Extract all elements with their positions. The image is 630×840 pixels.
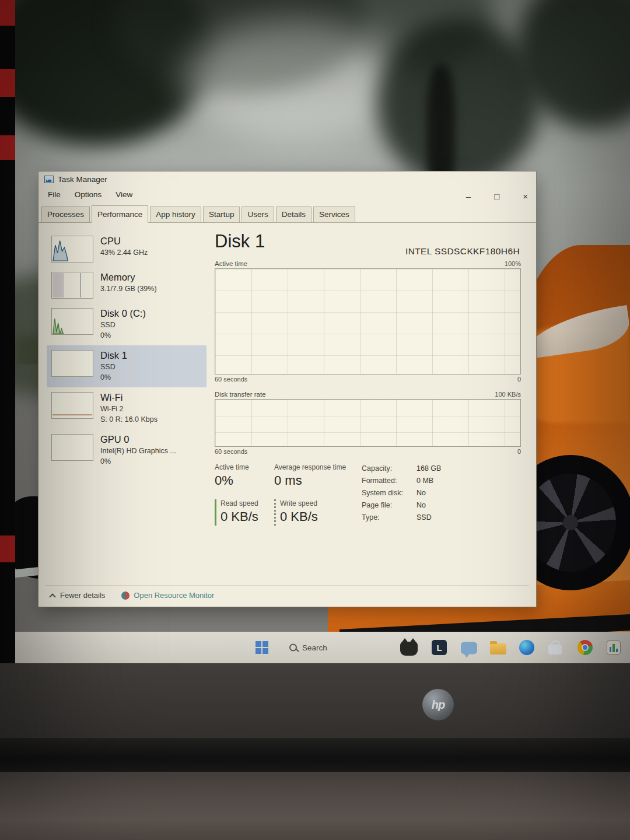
open-resource-monitor-link[interactable]: Open Resource Monitor <box>121 591 214 600</box>
tab-app-history[interactable]: App history <box>150 206 201 222</box>
taskbar-app-chrome[interactable] <box>578 640 593 655</box>
search-button[interactable]: Search <box>289 643 327 652</box>
performance-sidebar: CPU 43% 2.44 GHz Memory 3.1/7.9 GB (39%) <box>38 223 206 550</box>
title-bar[interactable]: Task Manager <box>38 172 536 187</box>
device-name: INTEL SSDSCKKF180H6H <box>405 246 520 257</box>
bezel-red-mark <box>0 0 15 26</box>
chat-app-icon <box>461 642 477 654</box>
sky-highlight <box>184 18 406 140</box>
memory-thumbnail-chart <box>51 272 93 299</box>
sidebar-item-disk1[interactable]: Disk 1 SSD 0% <box>47 345 206 387</box>
tab-services[interactable]: Services <box>313 206 355 222</box>
sidebar-item-wifi[interactable]: Wi-Fi Wi-Fi 2 S: 0 R: 16.0 Kbps <box>47 387 206 429</box>
window-footer: Fewer details Open Resource Monitor <box>46 585 529 601</box>
tab-details[interactable]: Details <box>276 206 312 222</box>
search-label: Search <box>302 643 327 652</box>
chrome-browser-icon <box>578 640 593 655</box>
menu-file[interactable]: File <box>48 190 61 199</box>
sidebar-disk1-label: Disk 1 <box>100 350 127 362</box>
taskbar-app-task-manager[interactable] <box>607 640 621 654</box>
transfer-rate-ymin: 0 <box>517 448 521 455</box>
screen-bezel-left <box>0 0 15 663</box>
sidebar-item-gpu0[interactable]: GPU 0 Intel(R) HD Graphics ... 0% <box>47 429 206 471</box>
sidebar-item-cpu[interactable]: CPU 43% 2.44 GHz <box>47 231 206 267</box>
stat-avg-response-value: 0 ms <box>274 473 362 488</box>
transfer-rate-chart <box>215 399 521 447</box>
stat-active-time-label: Active time <box>215 463 273 471</box>
cpu-thumbnail-chart <box>51 236 93 262</box>
task-manager-app-icon <box>44 176 54 183</box>
file-explorer-icon <box>490 643 506 654</box>
taskbar: Search L <box>15 632 630 663</box>
detail-capacity-label: Capacity: <box>362 464 416 473</box>
sidebar-disk0-label: Disk 0 (C:) <box>100 308 146 320</box>
detail-type: Type: SSD <box>362 513 441 522</box>
transfer-rate-chart-header: Disk transfer rate 100 KB/s <box>215 391 521 398</box>
taskbar-app-store[interactable] <box>548 640 562 654</box>
sidebar-disk0-type: SSD <box>100 320 146 330</box>
disk-stats: Active time 0% Average response time 0 m… <box>215 463 521 526</box>
active-time-ymin: 0 <box>517 376 521 383</box>
active-time-chart-header: Active time 100% <box>215 260 521 267</box>
stat-avg-response: Average response time 0 ms <box>274 463 362 490</box>
sidebar-wifi-network: Wi-Fi 2 <box>100 404 158 414</box>
bezel-red-mark <box>0 69 15 97</box>
detail-page-file-label: Page file: <box>362 501 416 509</box>
taskbar-app-explorer[interactable] <box>490 640 506 654</box>
taskbar-app-l[interactable]: L <box>432 640 447 655</box>
close-button[interactable]: × <box>523 192 528 201</box>
edge-browser-icon <box>519 640 534 655</box>
tab-startup[interactable]: Startup <box>203 206 240 222</box>
disk-details: Capacity: 168 GB Formatted: 0 MB System … <box>362 463 441 526</box>
stat-write-speed-value: 0 KB/s <box>280 509 362 524</box>
detail-page-file: Page file: No <box>362 501 441 509</box>
bezel-red-mark <box>0 536 15 562</box>
wifi-thumbnail-chart <box>51 392 93 419</box>
sidebar-gpu-device: Intel(R) HD Graphics ... <box>100 446 176 456</box>
taskbar-app-edge[interactable] <box>519 640 534 655</box>
active-time-ymax: 100% <box>505 260 521 267</box>
detail-system-disk-value: No <box>416 489 426 497</box>
sidebar-item-disk0[interactable]: Disk 0 (C:) SSD 0% <box>47 303 206 345</box>
tab-users[interactable]: Users <box>242 206 274 222</box>
stat-read-speed-label: Read speed <box>220 499 273 508</box>
fewer-details-button[interactable]: Fewer details <box>50 591 105 600</box>
sidebar-gpu-label: GPU 0 <box>100 434 176 446</box>
detail-formatted: Formatted: 0 MB <box>362 477 441 485</box>
hp-logo: hp <box>422 689 454 720</box>
tab-strip: Processes Performance App history Startu… <box>38 203 536 223</box>
active-time-chart <box>215 268 521 374</box>
menu-options[interactable]: Options <box>75 190 102 199</box>
disk1-thumbnail-chart <box>51 350 93 377</box>
stat-write-speed-label: Write speed <box>280 499 362 508</box>
sidebar-cpu-label: CPU <box>100 236 148 247</box>
microsoft-store-icon <box>548 645 562 654</box>
windows-logo-icon <box>256 641 268 654</box>
tab-processes[interactable]: Processes <box>41 206 90 222</box>
resource-monitor-icon <box>121 592 130 600</box>
task-manager-taskbar-icon <box>607 640 621 654</box>
stat-active-time: Active time 0% <box>215 463 273 490</box>
sidebar-wifi-stats: S: 0 R: 16.0 Kbps <box>100 414 158 425</box>
minimize-button[interactable]: – <box>466 192 471 201</box>
tab-performance[interactable]: Performance <box>92 205 148 223</box>
transfer-rate-ymax: 100 KB/s <box>495 391 521 398</box>
stat-read-speed-value: 0 KB/s <box>220 509 273 524</box>
sidebar-memory-stats: 3.1/7.9 GB (39%) <box>100 284 157 294</box>
taskbar-app-cat[interactable] <box>400 639 418 656</box>
laptop-hinge <box>0 738 630 772</box>
menu-view[interactable]: View <box>116 190 132 199</box>
laptop-keyboard-deck <box>0 772 630 840</box>
detail-capacity-value: 168 GB <box>416 464 441 473</box>
start-button[interactable] <box>256 641 268 654</box>
search-icon <box>289 644 297 652</box>
stat-read-speed: Read speed 0 KB/s <box>215 499 273 526</box>
disk1-detail-panel: Disk 1 INTEL SSDSCKKF180H6H Active time … <box>206 223 536 550</box>
taskbar-app-chat[interactable] <box>461 641 477 654</box>
wheel-cap <box>563 515 578 530</box>
transfer-rate-chart-footer: 60 seconds 0 <box>215 448 521 455</box>
transfer-rate-chart-label: Disk transfer rate <box>215 391 266 398</box>
sidebar-item-memory[interactable]: Memory 3.1/7.9 GB (39%) <box>47 267 206 303</box>
maximize-button[interactable]: □ <box>494 192 499 201</box>
stat-active-time-value: 0% <box>215 473 273 488</box>
